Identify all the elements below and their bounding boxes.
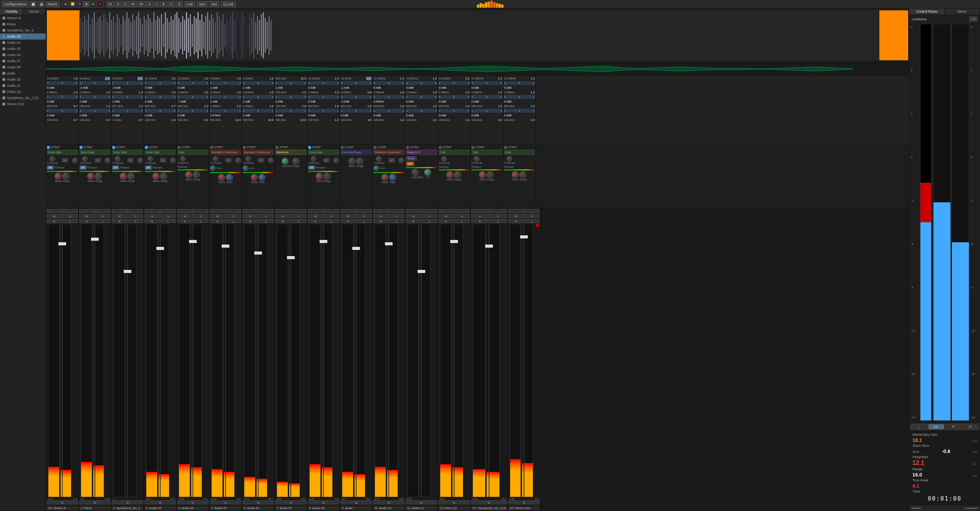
monitor-btn[interactable]: ! [308,209,339,213]
mute-btn[interactable]: M [210,214,226,218]
lf-knob[interactable] [424,169,431,176]
monitor-btn[interactable]: ! [79,209,111,213]
sat-button[interactable]: SAT [406,162,414,166]
monitor-btn[interactable]: ! [406,209,437,213]
e-btn[interactable]: E [373,219,389,223]
sidebar-item-piano-(2)[interactable]: Piano (2) [0,89,46,95]
attack-knob[interactable] [381,174,388,181]
l-btn[interactable]: L [63,219,78,223]
fader-thumb[interactable] [352,247,360,250]
l-btn[interactable]: L [454,219,470,223]
mute-btn[interactable]: M [438,214,454,218]
mode-w[interactable]: W [138,1,146,7]
ratio-knob[interactable] [226,174,233,181]
sidebar-item-audio-07[interactable]: Audio 07 [0,58,46,64]
threshold-knob[interactable] [180,156,186,162]
ratio-knob[interactable] [259,174,265,181]
attack-knob[interactable] [348,158,355,165]
e-btn[interactable]: E [144,219,160,223]
fader-thumb[interactable] [156,247,164,250]
sidebar-item-stereo-in[interactable]: Stereo In [0,15,46,21]
monitor-btn[interactable]: ! [112,209,143,213]
l-btn[interactable]: L [128,219,144,223]
attack-knob[interactable] [55,173,61,180]
tab-visibility[interactable]: Visibility [0,8,23,15]
solo-btn[interactable]: S [489,214,507,218]
sidebar-item-symphony_no_3[interactable]: Symphony_No_3 [0,27,46,33]
l-btn[interactable]: L [357,219,372,223]
monitor-btn[interactable]: ! [46,209,78,213]
threshold-knob[interactable] [148,156,153,162]
mode-e[interactable]: E [160,1,167,7]
sc-knob[interactable] [105,158,110,163]
sidebar-item-audio-05[interactable]: Audio 05 [0,46,46,52]
abs-button[interactable]: Abs [209,1,220,7]
attack-knob[interactable] [218,174,225,181]
solo-btn[interactable]: S [389,214,405,218]
mute-btn[interactable]: M [406,214,421,218]
monitor-btn[interactable]: ! [275,209,307,213]
w-btn[interactable]: W [438,500,470,504]
sc-knob[interactable] [333,158,339,163]
l-btn[interactable]: L [95,219,111,223]
solo-btn[interactable]: S [259,214,274,218]
sidebar-item-stereo-out[interactable]: Stereo Out [0,101,46,107]
e-btn[interactable]: E [275,219,291,223]
l-btn[interactable]: L [324,219,340,223]
e-btn[interactable]: E [79,219,95,223]
monitor-btn[interactable]: ! [177,209,209,213]
mute-btn[interactable]: M [373,214,389,218]
home-icon[interactable]: 🏠 [30,1,36,7]
attack-knob[interactable] [185,171,192,178]
w-btn[interactable]: W [242,500,274,504]
mode-r[interactable]: R [130,1,137,7]
sidebar-item-audio-06[interactable]: Audio 06 [0,52,46,58]
threshold-knob[interactable] [474,156,479,162]
fader-thumb[interactable] [320,240,327,243]
e-btn[interactable]: E [471,219,489,223]
sidebar-item-piano[interactable]: Piano [0,21,46,27]
sus-button[interactable]: Sus [197,1,207,7]
sidebar-item-audio-08[interactable]: Audio 08 [0,64,46,70]
threshold-knob[interactable] [311,156,316,162]
attack-knob[interactable] [479,171,486,178]
range-knob[interactable] [128,173,134,180]
w-btn[interactable]: W [112,500,143,504]
w-btn[interactable]: W [275,500,307,504]
transport-prev[interactable]: ⏪ [70,1,76,7]
racks-button[interactable]: Racks [45,1,60,7]
mute-btn[interactable]: M [471,214,489,218]
sc-knob[interactable] [170,158,176,163]
meter-tab-settings[interactable]: ⚙ [945,424,962,430]
solo-btn[interactable]: S [226,214,242,218]
mode-l[interactable]: L [123,1,129,7]
transport-rewind[interactable]: ⏮ [63,1,69,7]
ar-button[interactable]: AR [145,165,152,170]
ar-button[interactable]: AR [47,165,54,170]
length-knob[interactable] [356,158,363,165]
transport-record[interactable]: ● [97,1,103,7]
qlink-button[interactable]: Q-Link [221,1,236,7]
monitor-btn[interactable]: ! [373,209,405,213]
output-knob[interactable] [292,158,299,165]
mute-btn[interactable]: M [308,214,323,218]
fader-thumb[interactable] [485,245,493,248]
fader-thumb[interactable] [254,251,262,255]
monitor-btn[interactable]: ! [144,209,176,213]
mini-waveform[interactable] [46,62,909,76]
mode-c[interactable]: C [168,1,175,7]
w-btn[interactable]: W [177,500,209,504]
sidebar-item-audio[interactable]: audio [0,70,46,76]
fader-thumb[interactable] [520,235,528,238]
threshold-knob[interactable] [376,156,381,162]
fader-thumb[interactable] [91,238,99,241]
solo-btn[interactable]: S [128,214,144,218]
w-btn[interactable]: W [508,500,540,504]
ratio-knob-small[interactable] [210,165,216,171]
ar-button[interactable]: AR [112,165,119,170]
l-btn[interactable]: L [193,219,209,223]
range-knob[interactable] [519,171,526,178]
mute-btn[interactable]: M [144,214,160,218]
monitor-btn[interactable]: ! [210,209,241,213]
mute-btn[interactable]: M [79,214,95,218]
